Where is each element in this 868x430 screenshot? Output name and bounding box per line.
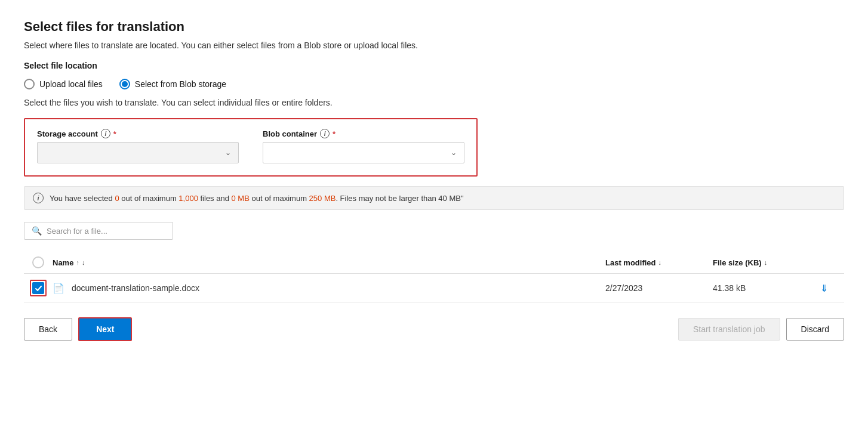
blob-container-dropdown[interactable]: ⌄	[263, 142, 464, 163]
search-placeholder: Search for a file...	[47, 227, 107, 236]
table-header-checkbox-col	[24, 256, 53, 268]
back-button[interactable]: Back	[24, 318, 72, 341]
page-subtitle: Select where files to translate are loca…	[24, 41, 844, 50]
max-mb: 250 MB	[309, 194, 336, 203]
download-icon[interactable]: ⇓	[820, 283, 828, 293]
footer-right: Start translation job Discard	[678, 318, 844, 341]
row-modified-col: 2/27/2023	[605, 283, 713, 293]
table-header-size: File size (KB) ↓	[713, 258, 820, 267]
storage-account-info-icon[interactable]: i	[101, 129, 110, 138]
search-icon: 🔍	[32, 226, 42, 236]
table-row: 📄document-translation-sample.docx2/27/20…	[24, 274, 844, 303]
row-checked-wrapper	[30, 280, 47, 296]
blob-container-chevron: ⌄	[451, 149, 457, 157]
size-sort-icon[interactable]: ↓	[764, 259, 768, 266]
radio-upload-local[interactable]: Upload local files	[24, 79, 103, 89]
table-header-name: Name ↑ ↓	[53, 258, 605, 267]
radio-blob-storage-circle[interactable]	[119, 79, 130, 89]
row-size-col: 41.38 kB	[713, 283, 820, 293]
row-action-col: ⇓	[820, 283, 844, 294]
storage-account-label: Storage account i *	[37, 129, 239, 138]
name-sort-desc-icon[interactable]: ↓	[82, 259, 85, 266]
radio-upload-local-circle[interactable]	[24, 79, 35, 89]
blob-container-label: Blob container i *	[263, 129, 464, 138]
row-file-size: 41.38 kB	[713, 283, 746, 293]
footer: Back Next Start translation job Discard	[24, 317, 844, 341]
storage-account-chevron: ⌄	[225, 149, 231, 157]
info-banner-icon: i	[33, 193, 44, 203]
storage-account-field: Storage account i * ⌄	[37, 129, 239, 163]
blob-container-info-icon[interactable]: i	[320, 129, 330, 138]
row-name-col: 📄document-translation-sample.docx	[53, 283, 605, 294]
page-title: Select files for translation	[24, 19, 844, 35]
file-location-label: Select file location	[24, 61, 844, 70]
radio-blob-storage[interactable]: Select from Blob storage	[119, 79, 226, 89]
info-banner-text: You have selected 0 out of maximum 1,000…	[50, 194, 464, 203]
radio-upload-local-label: Upload local files	[39, 79, 103, 89]
search-box[interactable]: 🔍 Search for a file...	[24, 222, 173, 240]
next-button[interactable]: Next	[78, 317, 132, 341]
blob-container-field: Blob container i * ⌄	[263, 129, 464, 163]
table-header-modified: Last modified ↓	[605, 258, 713, 267]
storage-account-required: *	[113, 129, 116, 138]
table-header: Name ↑ ↓ Last modified ↓ File size (KB) …	[24, 252, 844, 274]
modified-sort-icon[interactable]: ↓	[658, 259, 662, 266]
blob-container-required: *	[333, 129, 335, 138]
radio-blob-storage-label: Select from Blob storage	[135, 79, 226, 89]
radio-group-file-location: Upload local files Select from Blob stor…	[24, 79, 844, 89]
discard-button[interactable]: Discard	[786, 318, 844, 341]
file-name: document-translation-sample.docx	[72, 283, 199, 293]
table-header-checkbox[interactable]	[32, 256, 44, 268]
table-body: 📄document-translation-sample.docx2/27/20…	[24, 274, 844, 303]
mb-selected: 0 MB	[232, 194, 250, 203]
row-modified-date: 2/27/2023	[605, 283, 642, 293]
name-sort-asc-icon[interactable]: ↑	[76, 259, 79, 266]
row-checkbox-col	[24, 280, 53, 296]
info-banner: i You have selected 0 out of maximum 1,0…	[24, 186, 844, 210]
storage-account-dropdown[interactable]: ⌄	[37, 142, 239, 163]
row-checkbox-checked[interactable]	[32, 282, 44, 294]
dropdowns-section: Storage account i * ⌄ Blob container i *…	[24, 118, 478, 177]
instruction-text: Select the files you wish to translate. …	[24, 98, 844, 107]
start-translation-button: Start translation job	[678, 318, 780, 341]
files-selected-count: 0	[115, 194, 119, 203]
file-icon: 📄	[53, 283, 64, 294]
max-files: 1,000	[178, 194, 198, 203]
